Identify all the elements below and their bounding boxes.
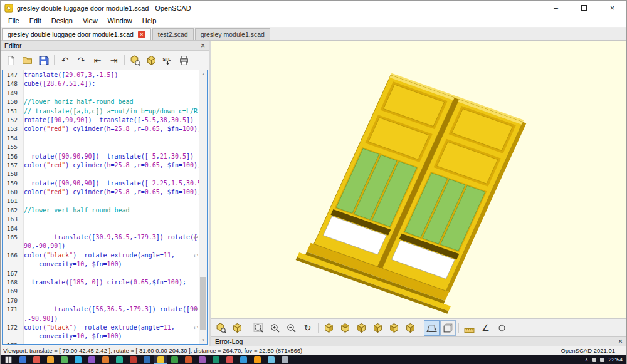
taskbar-app-15[interactable] bbox=[209, 355, 223, 364]
code-line[interactable]: convexity=10, $fn=100) bbox=[3, 260, 199, 269]
code-line[interactable]: 173 bbox=[3, 341, 199, 345]
view-bottom-button[interactable] bbox=[354, 320, 369, 336]
taskbar-app-20[interactable] bbox=[278, 355, 292, 364]
view-top-button[interactable] bbox=[337, 320, 353, 336]
taskbar-app-11[interactable] bbox=[154, 355, 167, 364]
code-line[interactable]: 165 translate([30.9,36.5,-179.3]) rotate… bbox=[3, 233, 199, 242]
start-button[interactable] bbox=[1, 355, 16, 364]
editor-scrollbar[interactable]: ▲ ▼ bbox=[199, 70, 207, 344]
code-line[interactable]: 167 bbox=[3, 269, 199, 278]
measure-distance-button[interactable] bbox=[461, 320, 477, 336]
export-stl-button[interactable]: STL bbox=[160, 53, 176, 68]
code-line[interactable]: 160color("red") cylinder(h=25.8 ,r=0.65,… bbox=[3, 188, 199, 197]
reset-view-button[interactable]: ↻ bbox=[300, 320, 315, 336]
render-button[interactable] bbox=[144, 53, 159, 68]
code-line[interactable]: convexity=10, $fn=100) bbox=[3, 332, 199, 341]
code-line[interactable]: 156 rotate([90,90,90]) translate([-5,21,… bbox=[3, 152, 199, 161]
menu-view[interactable]: View bbox=[78, 17, 103, 24]
view-back-button[interactable] bbox=[403, 320, 418, 336]
zoom-in-button[interactable] bbox=[267, 320, 283, 336]
menu-file[interactable]: File bbox=[3, 17, 24, 24]
code-line[interactable]: 152rotate([90,90,90]) translate([-5.5,38… bbox=[3, 116, 199, 125]
code-line[interactable]: ,-90,90]) bbox=[3, 315, 199, 323]
code-line[interactable]: 159 rotate([90,90,90]) translate([-2.25,… bbox=[3, 179, 199, 188]
menu-help[interactable]: Help bbox=[137, 17, 162, 24]
code-line[interactable]: 158 bbox=[3, 170, 199, 179]
taskbar-app-9[interactable] bbox=[126, 355, 140, 364]
view-left-button[interactable] bbox=[370, 320, 386, 336]
view-preview-button[interactable] bbox=[213, 320, 229, 336]
code-line[interactable]: 154 bbox=[3, 134, 199, 143]
unindent-button[interactable]: ⇤ bbox=[90, 53, 105, 68]
code-line[interactable]: 155 bbox=[3, 143, 199, 152]
code-line[interactable]: 163 bbox=[3, 215, 199, 224]
code-editor[interactable]: 147translate([29.07,3,-1.5])148cube([28.… bbox=[2, 70, 208, 345]
code-line[interactable]: 171 translate([56,36.5,-179.3]) rotate([… bbox=[3, 305, 199, 314]
error-log-header[interactable]: Error-Log × bbox=[211, 336, 626, 346]
menu-edit[interactable]: Edit bbox=[24, 17, 46, 24]
tab-3[interactable]: gresley module1.scad bbox=[195, 28, 270, 40]
code-line[interactable]: 172color("black") rotate_extrude(angle=1… bbox=[3, 323, 199, 332]
tray-chevron-icon[interactable]: ∧ bbox=[585, 357, 589, 363]
taskbar-app-8[interactable] bbox=[112, 355, 126, 364]
taskbar-app-18[interactable] bbox=[250, 355, 264, 364]
taskbar-app-10[interactable] bbox=[140, 355, 154, 364]
taskbar-app-3[interactable] bbox=[43, 355, 57, 364]
tray-icon-2[interactable] bbox=[600, 358, 604, 362]
orthographic-button[interactable] bbox=[440, 320, 456, 336]
indent-button[interactable]: ⇥ bbox=[106, 53, 122, 68]
redo-button[interactable]: ↷ bbox=[73, 53, 89, 68]
taskbar-app-17[interactable] bbox=[236, 355, 250, 364]
taskbar-app-5[interactable] bbox=[71, 355, 85, 364]
tab-2[interactable]: test2.scad bbox=[152, 28, 194, 40]
taskbar-app-7[interactable] bbox=[98, 355, 112, 364]
taskbar-app-19[interactable] bbox=[264, 355, 278, 364]
tray-icon-1[interactable] bbox=[592, 358, 596, 362]
code-line[interactable]: 90,-90,90]) bbox=[3, 242, 199, 251]
maximize-button[interactable] bbox=[570, 1, 598, 14]
undo-button[interactable]: ↶ bbox=[57, 53, 73, 68]
code-line[interactable]: 148cube([28.67,51,4]); bbox=[3, 80, 199, 88]
perspective-button[interactable] bbox=[424, 320, 440, 336]
code-line[interactable]: 169 bbox=[3, 287, 199, 296]
taskbar-app-13[interactable] bbox=[181, 355, 195, 364]
measure-angle-button[interactable]: ∠ bbox=[478, 320, 493, 336]
open-file-button[interactable] bbox=[19, 53, 35, 68]
taskbar-app-16[interactable] bbox=[223, 355, 236, 364]
code-line[interactable]: 151// translate([a,b,c]) a=out/in b=up/d… bbox=[3, 107, 199, 116]
close-button[interactable]: × bbox=[598, 1, 626, 14]
view-render-button[interactable] bbox=[229, 320, 245, 336]
zoom-all-button[interactable] bbox=[251, 320, 266, 336]
scrollbar-up-arrow[interactable]: ▲ bbox=[199, 70, 207, 78]
minimize-button[interactable]: – bbox=[542, 1, 570, 14]
scrollbar-down-arrow[interactable]: ▼ bbox=[199, 336, 207, 344]
code-line[interactable]: 149 bbox=[3, 89, 199, 98]
3d-viewport[interactable] bbox=[211, 41, 626, 318]
zoom-out-button[interactable] bbox=[283, 320, 299, 336]
view-right-button[interactable] bbox=[321, 320, 337, 336]
print-3d-button[interactable] bbox=[176, 53, 192, 68]
save-file-button[interactable] bbox=[36, 53, 51, 68]
taskbar-app-2[interactable] bbox=[29, 355, 43, 364]
scrollbar-thumb[interactable] bbox=[200, 277, 206, 330]
render-preview-button[interactable] bbox=[127, 53, 143, 68]
menu-design[interactable]: Design bbox=[46, 17, 78, 24]
code-line[interactable]: 150//lower horiz half-round bead bbox=[3, 98, 199, 107]
taskbar-app-1[interactable] bbox=[16, 355, 29, 364]
code-line[interactable]: 170 bbox=[3, 296, 199, 305]
view-center-button[interactable] bbox=[494, 320, 510, 336]
taskbar-app-4[interactable] bbox=[57, 355, 71, 364]
code-line[interactable]: 162//lower vert half-round bead bbox=[3, 206, 199, 215]
code-line[interactable]: 161 bbox=[3, 197, 199, 205]
code-line[interactable]: 153color("red") cylinder(h=25.8 ,r=0.65,… bbox=[3, 125, 199, 133]
menu-window[interactable]: Window bbox=[103, 17, 137, 24]
code-line[interactable]: 147translate([29.07,3,-1.5]) bbox=[3, 71, 199, 80]
tab-1[interactable]: gresley double luggage door module1.scad… bbox=[2, 28, 151, 40]
tab-close-icon[interactable]: × bbox=[138, 31, 145, 38]
code-line[interactable]: 168 translate([185, 0]) circle(0.65,$fn=… bbox=[3, 278, 199, 287]
error-log-close-icon[interactable]: × bbox=[618, 338, 623, 345]
taskbar-app-6[interactable] bbox=[85, 355, 98, 364]
code-line[interactable]: 166color("black") rotate_extrude(angle=1… bbox=[3, 251, 199, 260]
taskbar-app-14[interactable] bbox=[195, 355, 209, 364]
title-bar[interactable]: gresley double luggage door module1.scad… bbox=[1, 1, 626, 14]
